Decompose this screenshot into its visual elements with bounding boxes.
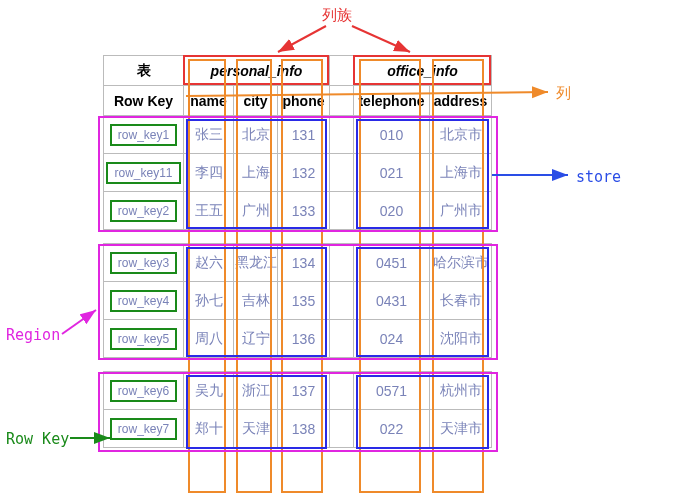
store-p2 [186, 247, 327, 357]
store-o1 [356, 119, 489, 229]
label-column-family: 列族 [322, 6, 352, 25]
svg-line-0 [278, 26, 326, 52]
label-region: Region [6, 326, 60, 344]
label-column: 列 [556, 84, 571, 103]
store-p3 [186, 375, 327, 449]
spacer [330, 56, 354, 86]
col-rowkey: Row Key [104, 86, 184, 116]
svg-line-4 [62, 310, 96, 334]
label-rowkey: Row Key [6, 430, 69, 448]
label-store: store [576, 168, 621, 186]
store-p1 [186, 119, 327, 229]
store-o2 [356, 247, 489, 357]
store-o3 [356, 375, 489, 449]
spacer [330, 86, 354, 116]
svg-line-1 [352, 26, 410, 52]
table-corner: 表 [104, 56, 184, 86]
